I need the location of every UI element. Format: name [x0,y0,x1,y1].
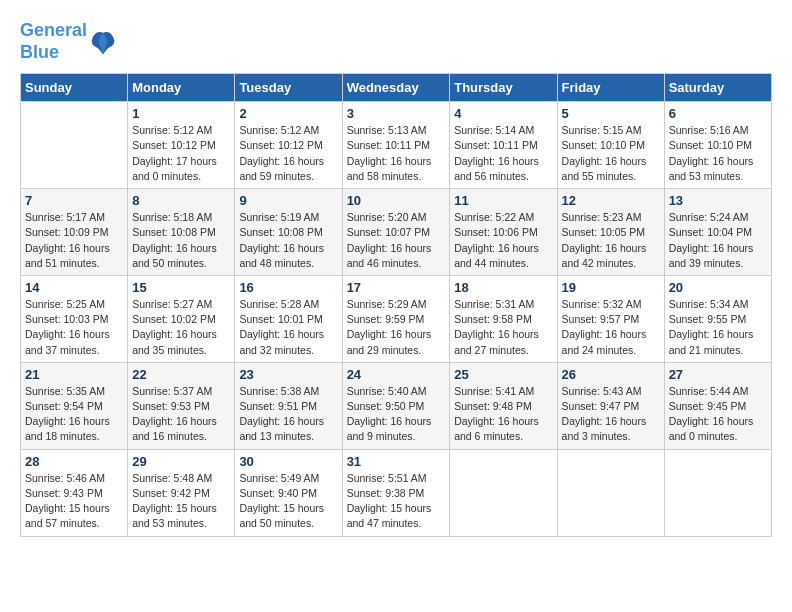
day-number: 25 [454,367,552,382]
day-info: Sunrise: 5:22 AM Sunset: 10:06 PM Daylig… [454,210,552,271]
day-number: 12 [562,193,660,208]
logo: GeneralBlue [20,20,117,63]
day-info: Sunrise: 5:43 AM Sunset: 9:47 PM Dayligh… [562,384,660,445]
day-number: 21 [25,367,123,382]
logo-text: GeneralBlue [20,20,87,63]
day-cell-4: 4Sunrise: 5:14 AM Sunset: 10:11 PM Dayli… [450,102,557,189]
day-number: 4 [454,106,552,121]
day-cell-29: 29Sunrise: 5:48 AM Sunset: 9:42 PM Dayli… [128,449,235,536]
day-number: 30 [239,454,337,469]
weekday-header-tuesday: Tuesday [235,74,342,102]
calendar-table: SundayMondayTuesdayWednesdayThursdayFrid… [20,73,772,536]
day-cell-11: 11Sunrise: 5:22 AM Sunset: 10:06 PM Dayl… [450,189,557,276]
day-info: Sunrise: 5:20 AM Sunset: 10:07 PM Daylig… [347,210,446,271]
day-number: 23 [239,367,337,382]
weekday-header-thursday: Thursday [450,74,557,102]
day-number: 18 [454,280,552,295]
day-cell-31: 31Sunrise: 5:51 AM Sunset: 9:38 PM Dayli… [342,449,450,536]
day-cell-15: 15Sunrise: 5:27 AM Sunset: 10:02 PM Dayl… [128,275,235,362]
empty-cell [450,449,557,536]
day-info: Sunrise: 5:12 AM Sunset: 10:12 PM Daylig… [239,123,337,184]
day-info: Sunrise: 5:41 AM Sunset: 9:48 PM Dayligh… [454,384,552,445]
day-cell-12: 12Sunrise: 5:23 AM Sunset: 10:05 PM Dayl… [557,189,664,276]
day-info: Sunrise: 5:49 AM Sunset: 9:40 PM Dayligh… [239,471,337,532]
day-number: 7 [25,193,123,208]
weekday-header-sunday: Sunday [21,74,128,102]
day-info: Sunrise: 5:40 AM Sunset: 9:50 PM Dayligh… [347,384,446,445]
day-info: Sunrise: 5:27 AM Sunset: 10:02 PM Daylig… [132,297,230,358]
weekday-header-friday: Friday [557,74,664,102]
day-info: Sunrise: 5:48 AM Sunset: 9:42 PM Dayligh… [132,471,230,532]
day-number: 3 [347,106,446,121]
day-cell-16: 16Sunrise: 5:28 AM Sunset: 10:01 PM Dayl… [235,275,342,362]
day-number: 8 [132,193,230,208]
day-number: 9 [239,193,337,208]
day-number: 28 [25,454,123,469]
day-info: Sunrise: 5:32 AM Sunset: 9:57 PM Dayligh… [562,297,660,358]
day-info: Sunrise: 5:38 AM Sunset: 9:51 PM Dayligh… [239,384,337,445]
day-cell-22: 22Sunrise: 5:37 AM Sunset: 9:53 PM Dayli… [128,362,235,449]
weekday-header-monday: Monday [128,74,235,102]
day-cell-8: 8Sunrise: 5:18 AM Sunset: 10:08 PM Dayli… [128,189,235,276]
week-row-3: 14Sunrise: 5:25 AM Sunset: 10:03 PM Dayl… [21,275,772,362]
day-number: 15 [132,280,230,295]
empty-cell [21,102,128,189]
day-number: 29 [132,454,230,469]
page-header: GeneralBlue [20,20,772,63]
day-number: 24 [347,367,446,382]
day-number: 1 [132,106,230,121]
day-cell-17: 17Sunrise: 5:29 AM Sunset: 9:59 PM Dayli… [342,275,450,362]
day-info: Sunrise: 5:35 AM Sunset: 9:54 PM Dayligh… [25,384,123,445]
day-cell-23: 23Sunrise: 5:38 AM Sunset: 9:51 PM Dayli… [235,362,342,449]
day-number: 22 [132,367,230,382]
day-cell-18: 18Sunrise: 5:31 AM Sunset: 9:58 PM Dayli… [450,275,557,362]
day-cell-28: 28Sunrise: 5:46 AM Sunset: 9:43 PM Dayli… [21,449,128,536]
day-number: 6 [669,106,767,121]
logo-icon [89,28,117,56]
weekday-header-wednesday: Wednesday [342,74,450,102]
day-number: 20 [669,280,767,295]
day-info: Sunrise: 5:25 AM Sunset: 10:03 PM Daylig… [25,297,123,358]
day-info: Sunrise: 5:51 AM Sunset: 9:38 PM Dayligh… [347,471,446,532]
day-cell-7: 7Sunrise: 5:17 AM Sunset: 10:09 PM Dayli… [21,189,128,276]
day-number: 31 [347,454,446,469]
day-info: Sunrise: 5:12 AM Sunset: 10:12 PM Daylig… [132,123,230,184]
day-number: 13 [669,193,767,208]
week-row-4: 21Sunrise: 5:35 AM Sunset: 9:54 PM Dayli… [21,362,772,449]
day-info: Sunrise: 5:16 AM Sunset: 10:10 PM Daylig… [669,123,767,184]
day-info: Sunrise: 5:23 AM Sunset: 10:05 PM Daylig… [562,210,660,271]
day-cell-1: 1Sunrise: 5:12 AM Sunset: 10:12 PM Dayli… [128,102,235,189]
day-number: 26 [562,367,660,382]
day-cell-13: 13Sunrise: 5:24 AM Sunset: 10:04 PM Dayl… [664,189,771,276]
day-info: Sunrise: 5:31 AM Sunset: 9:58 PM Dayligh… [454,297,552,358]
day-number: 27 [669,367,767,382]
day-cell-5: 5Sunrise: 5:15 AM Sunset: 10:10 PM Dayli… [557,102,664,189]
day-info: Sunrise: 5:29 AM Sunset: 9:59 PM Dayligh… [347,297,446,358]
day-cell-25: 25Sunrise: 5:41 AM Sunset: 9:48 PM Dayli… [450,362,557,449]
day-info: Sunrise: 5:28 AM Sunset: 10:01 PM Daylig… [239,297,337,358]
day-number: 14 [25,280,123,295]
day-cell-10: 10Sunrise: 5:20 AM Sunset: 10:07 PM Dayl… [342,189,450,276]
day-number: 10 [347,193,446,208]
empty-cell [557,449,664,536]
day-cell-2: 2Sunrise: 5:12 AM Sunset: 10:12 PM Dayli… [235,102,342,189]
day-info: Sunrise: 5:13 AM Sunset: 10:11 PM Daylig… [347,123,446,184]
day-info: Sunrise: 5:44 AM Sunset: 9:45 PM Dayligh… [669,384,767,445]
day-info: Sunrise: 5:14 AM Sunset: 10:11 PM Daylig… [454,123,552,184]
day-cell-6: 6Sunrise: 5:16 AM Sunset: 10:10 PM Dayli… [664,102,771,189]
day-cell-9: 9Sunrise: 5:19 AM Sunset: 10:08 PM Dayli… [235,189,342,276]
day-info: Sunrise: 5:37 AM Sunset: 9:53 PM Dayligh… [132,384,230,445]
week-row-5: 28Sunrise: 5:46 AM Sunset: 9:43 PM Dayli… [21,449,772,536]
day-info: Sunrise: 5:24 AM Sunset: 10:04 PM Daylig… [669,210,767,271]
day-info: Sunrise: 5:34 AM Sunset: 9:55 PM Dayligh… [669,297,767,358]
day-cell-24: 24Sunrise: 5:40 AM Sunset: 9:50 PM Dayli… [342,362,450,449]
day-cell-21: 21Sunrise: 5:35 AM Sunset: 9:54 PM Dayli… [21,362,128,449]
day-number: 19 [562,280,660,295]
day-number: 16 [239,280,337,295]
day-cell-30: 30Sunrise: 5:49 AM Sunset: 9:40 PM Dayli… [235,449,342,536]
weekday-header-row: SundayMondayTuesdayWednesdayThursdayFrid… [21,74,772,102]
empty-cell [664,449,771,536]
day-info: Sunrise: 5:18 AM Sunset: 10:08 PM Daylig… [132,210,230,271]
day-info: Sunrise: 5:17 AM Sunset: 10:09 PM Daylig… [25,210,123,271]
day-number: 11 [454,193,552,208]
